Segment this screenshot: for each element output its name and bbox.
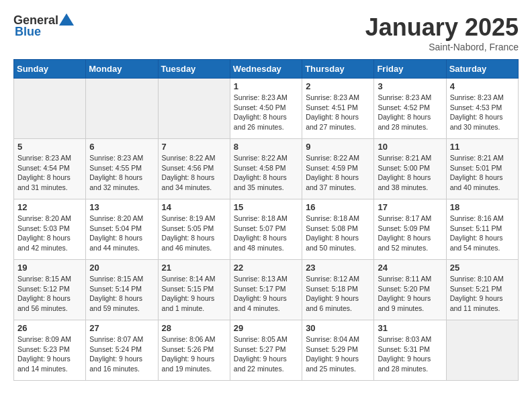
day-number: 8 [234, 142, 298, 152]
day-info: Sunrise: 8:12 AMSunset: 5:18 PMDaylight:… [306, 274, 370, 314]
day-info: Sunrise: 8:18 AMSunset: 5:08 PMDaylight:… [306, 214, 370, 253]
calendar-week-row: 1Sunrise: 8:23 AMSunset: 4:50 PMDaylight… [14, 79, 519, 139]
calendar-cell: 1Sunrise: 8:23 AMSunset: 4:50 PMDaylight… [230, 79, 302, 139]
day-number: 14 [162, 202, 226, 212]
calendar-cell: 13Sunrise: 8:20 AMSunset: 5:04 PMDayligh… [86, 199, 158, 260]
calendar-cell: 15Sunrise: 8:18 AMSunset: 5:07 PMDayligh… [230, 199, 302, 260]
calendar-cell: 26Sunrise: 8:09 AMSunset: 5:23 PMDayligh… [14, 320, 86, 381]
weekday-header-monday: Monday [86, 60, 158, 79]
day-number: 1 [234, 81, 298, 91]
calendar-cell [158, 79, 230, 139]
calendar-cell: 11Sunrise: 8:21 AMSunset: 5:01 PMDayligh… [446, 139, 518, 199]
calendar-cell: 16Sunrise: 8:18 AMSunset: 5:08 PMDayligh… [302, 199, 374, 260]
day-number: 16 [306, 202, 370, 212]
day-info: Sunrise: 8:16 AMSunset: 5:11 PMDaylight:… [450, 214, 515, 253]
day-number: 21 [162, 263, 226, 273]
calendar-week-row: 12Sunrise: 8:20 AMSunset: 5:03 PMDayligh… [14, 199, 519, 260]
calendar-cell [446, 320, 518, 381]
logo-blue-text: Blue [15, 25, 41, 39]
day-info: Sunrise: 8:18 AMSunset: 5:07 PMDaylight:… [234, 214, 298, 253]
day-info: Sunrise: 8:23 AMSunset: 4:50 PMDaylight:… [234, 93, 298, 132]
calendar-cell: 9Sunrise: 8:22 AMSunset: 4:59 PMDaylight… [302, 139, 374, 199]
day-number: 11 [450, 142, 515, 152]
day-info: Sunrise: 8:15 AMSunset: 5:14 PMDaylight:… [89, 274, 154, 314]
calendar-cell: 5Sunrise: 8:23 AMSunset: 4:54 PMDaylight… [14, 139, 86, 199]
svg-marker-0 [59, 13, 74, 26]
calendar-cell: 8Sunrise: 8:22 AMSunset: 4:58 PMDaylight… [230, 139, 302, 199]
day-info: Sunrise: 8:05 AMSunset: 5:27 PMDaylight:… [234, 334, 298, 374]
day-number: 31 [378, 323, 442, 333]
calendar-cell: 14Sunrise: 8:19 AMSunset: 5:05 PMDayligh… [158, 199, 230, 260]
day-info: Sunrise: 8:22 AMSunset: 4:58 PMDaylight:… [234, 153, 298, 193]
day-number: 9 [306, 142, 370, 152]
day-info: Sunrise: 8:20 AMSunset: 5:03 PMDaylight:… [17, 214, 82, 253]
calendar-cell: 23Sunrise: 8:12 AMSunset: 5:18 PMDayligh… [302, 260, 374, 320]
calendar-week-row: 26Sunrise: 8:09 AMSunset: 5:23 PMDayligh… [14, 320, 519, 381]
calendar-cell: 4Sunrise: 8:23 AMSunset: 4:53 PMDaylight… [446, 79, 518, 139]
calendar-week-row: 19Sunrise: 8:15 AMSunset: 5:12 PMDayligh… [14, 260, 519, 320]
day-info: Sunrise: 8:23 AMSunset: 4:54 PMDaylight:… [17, 153, 82, 193]
calendar-cell: 24Sunrise: 8:11 AMSunset: 5:20 PMDayligh… [374, 260, 446, 320]
day-number: 30 [306, 323, 370, 333]
calendar-cell: 25Sunrise: 8:10 AMSunset: 5:21 PMDayligh… [446, 260, 518, 320]
day-info: Sunrise: 8:03 AMSunset: 5:31 PMDaylight:… [378, 334, 442, 374]
month-title: January 2025 [365, 13, 519, 42]
day-number: 24 [378, 263, 442, 273]
location-subtitle: Saint-Nabord, France [365, 42, 519, 52]
calendar-cell [86, 79, 158, 139]
day-number: 20 [89, 263, 154, 273]
calendar-cell: 18Sunrise: 8:16 AMSunset: 5:11 PMDayligh… [446, 199, 518, 260]
page-header: General Blue January 2025 Saint-Nabord, … [13, 13, 519, 52]
day-number: 29 [234, 323, 298, 333]
weekday-header-friday: Friday [374, 60, 446, 79]
calendar-cell: 6Sunrise: 8:23 AMSunset: 4:55 PMDaylight… [86, 139, 158, 199]
day-number: 6 [89, 142, 154, 152]
calendar-cell: 7Sunrise: 8:22 AMSunset: 4:56 PMDaylight… [158, 139, 230, 199]
calendar-cell: 28Sunrise: 8:06 AMSunset: 5:26 PMDayligh… [158, 320, 230, 381]
day-info: Sunrise: 8:07 AMSunset: 5:24 PMDaylight:… [89, 334, 154, 374]
day-info: Sunrise: 8:06 AMSunset: 5:26 PMDaylight:… [162, 334, 226, 374]
calendar-cell: 21Sunrise: 8:14 AMSunset: 5:15 PMDayligh… [158, 260, 230, 320]
calendar-cell: 19Sunrise: 8:15 AMSunset: 5:12 PMDayligh… [14, 260, 86, 320]
day-number: 28 [162, 323, 226, 333]
weekday-header-row: SundayMondayTuesdayWednesdayThursdayFrid… [14, 60, 519, 79]
weekday-header-tuesday: Tuesday [158, 60, 230, 79]
day-info: Sunrise: 8:04 AMSunset: 5:29 PMDaylight:… [306, 334, 370, 374]
day-info: Sunrise: 8:23 AMSunset: 4:53 PMDaylight:… [450, 93, 515, 132]
day-info: Sunrise: 8:21 AMSunset: 5:00 PMDaylight:… [378, 153, 442, 193]
day-info: Sunrise: 8:23 AMSunset: 4:52 PMDaylight:… [378, 93, 442, 132]
logo: General Blue [13, 13, 74, 39]
day-number: 15 [234, 202, 298, 212]
calendar-cell [14, 79, 86, 139]
day-number: 27 [89, 323, 154, 333]
calendar-cell: 10Sunrise: 8:21 AMSunset: 5:00 PMDayligh… [374, 139, 446, 199]
day-number: 2 [306, 81, 370, 91]
day-number: 12 [17, 202, 82, 212]
day-number: 4 [450, 81, 515, 91]
day-info: Sunrise: 8:15 AMSunset: 5:12 PMDaylight:… [17, 274, 82, 314]
day-number: 3 [378, 81, 442, 91]
calendar-week-row: 5Sunrise: 8:23 AMSunset: 4:54 PMDaylight… [14, 139, 519, 199]
weekday-header-wednesday: Wednesday [230, 60, 302, 79]
day-number: 26 [17, 323, 82, 333]
day-info: Sunrise: 8:17 AMSunset: 5:09 PMDaylight:… [378, 214, 442, 253]
day-info: Sunrise: 8:21 AMSunset: 5:01 PMDaylight:… [450, 153, 515, 193]
day-info: Sunrise: 8:23 AMSunset: 4:55 PMDaylight:… [89, 153, 154, 193]
day-info: Sunrise: 8:22 AMSunset: 4:59 PMDaylight:… [306, 153, 370, 193]
calendar-cell: 29Sunrise: 8:05 AMSunset: 5:27 PMDayligh… [230, 320, 302, 381]
day-info: Sunrise: 8:13 AMSunset: 5:17 PMDaylight:… [234, 274, 298, 314]
calendar-cell: 22Sunrise: 8:13 AMSunset: 5:17 PMDayligh… [230, 260, 302, 320]
day-number: 5 [17, 142, 82, 152]
calendar-cell: 12Sunrise: 8:20 AMSunset: 5:03 PMDayligh… [14, 199, 86, 260]
day-number: 7 [162, 142, 226, 152]
calendar-table: SundayMondayTuesdayWednesdayThursdayFrid… [13, 59, 519, 381]
calendar-cell: 2Sunrise: 8:23 AMSunset: 4:51 PMDaylight… [302, 79, 374, 139]
day-number: 17 [378, 202, 442, 212]
calendar-cell: 30Sunrise: 8:04 AMSunset: 5:29 PMDayligh… [302, 320, 374, 381]
day-info: Sunrise: 8:09 AMSunset: 5:23 PMDaylight:… [17, 334, 82, 374]
day-info: Sunrise: 8:11 AMSunset: 5:20 PMDaylight:… [378, 274, 442, 314]
weekday-header-sunday: Sunday [14, 60, 86, 79]
calendar-cell: 17Sunrise: 8:17 AMSunset: 5:09 PMDayligh… [374, 199, 446, 260]
day-info: Sunrise: 8:23 AMSunset: 4:51 PMDaylight:… [306, 93, 370, 132]
day-info: Sunrise: 8:14 AMSunset: 5:15 PMDaylight:… [162, 274, 226, 314]
